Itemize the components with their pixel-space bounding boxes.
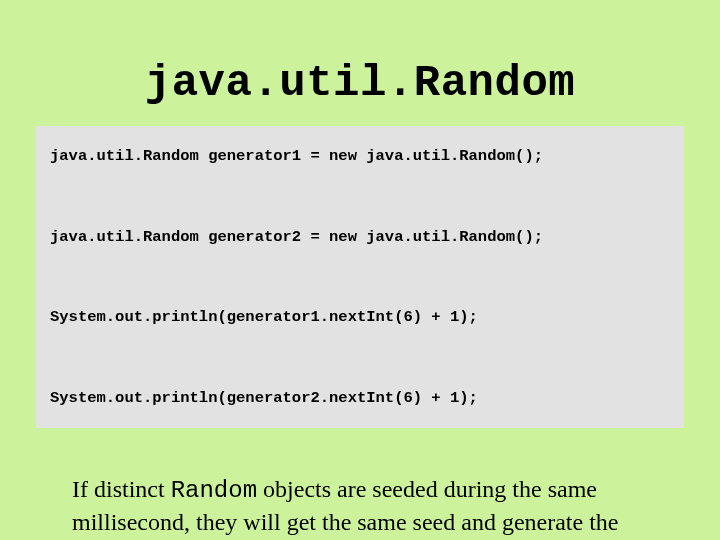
code-line: System.out.println(generator1.nextInt(6)… — [50, 308, 478, 326]
inline-code: Random — [171, 477, 257, 504]
slide: java.util.Random java.util.Random genera… — [0, 0, 720, 540]
code-line: System.out.println(generator2.nextInt(6)… — [50, 389, 478, 407]
body-paragraph: If distinct Random objects are seeded du… — [72, 474, 660, 540]
code-line: java.util.Random generator1 = new java.u… — [50, 147, 543, 165]
body-text-pre: If distinct — [72, 476, 171, 502]
slide-title: java.util.Random — [36, 58, 684, 108]
code-line: java.util.Random generator2 = new java.u… — [50, 228, 543, 246]
code-block: java.util.Random generator1 = new java.u… — [36, 126, 684, 428]
